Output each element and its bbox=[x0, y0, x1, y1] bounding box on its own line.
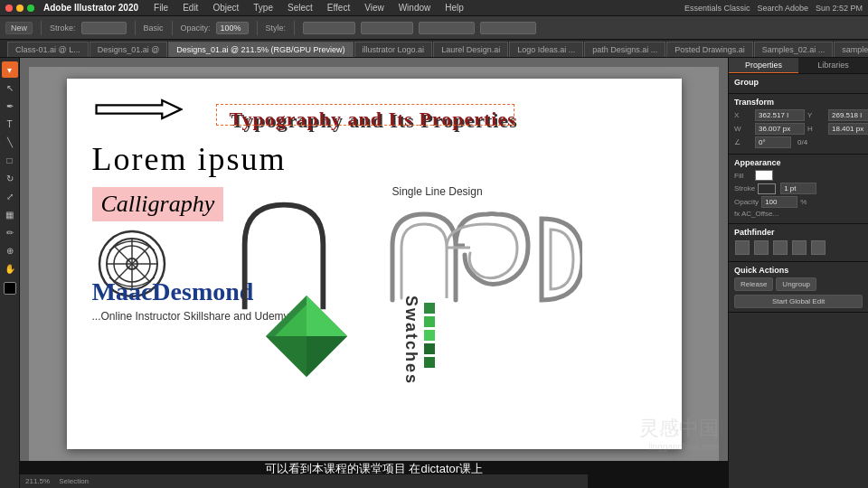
select-tool[interactable]: ▾ bbox=[2, 61, 18, 78]
panel-tab-libraries[interactable]: Libraries bbox=[798, 58, 868, 73]
menu-window[interactable]: Window bbox=[396, 3, 434, 13]
rect-tool[interactable]: □ bbox=[2, 152, 18, 168]
pen-tool[interactable]: ✒ bbox=[2, 98, 18, 114]
fill-box[interactable] bbox=[4, 282, 16, 295]
tabs-bar: Class-01.ai @ L... Designs_01.ai @ Desig… bbox=[0, 40, 868, 58]
opacity-label: Opacity: bbox=[181, 23, 211, 33]
minimize-button[interactable] bbox=[16, 5, 24, 12]
hand-tool[interactable]: ✋ bbox=[2, 260, 18, 277]
h-field[interactable] bbox=[828, 123, 868, 135]
tab-designs01-active[interactable]: Designs_01.ai @ 211.5% (RGB/GPU Preview) bbox=[168, 42, 353, 57]
release-ungroup-row: Release Ungroup bbox=[734, 277, 863, 291]
transform-section: Transform X Y W H ∠ 0/4 bbox=[729, 94, 868, 155]
zoom-tool[interactable]: ⊕ bbox=[2, 242, 18, 258]
zoom-level: 211.5% bbox=[25, 477, 50, 485]
stroke-input[interactable] bbox=[81, 22, 127, 34]
eyedropper-tool[interactable]: ✏ bbox=[2, 224, 18, 240]
panel-tab-properties[interactable]: Properties bbox=[729, 58, 798, 73]
svg-marker-9 bbox=[307, 336, 347, 377]
pathfinder-intersect[interactable] bbox=[754, 240, 769, 255]
art-title: Typography and Its Properties bbox=[230, 108, 516, 131]
pathfinder-minus[interactable] bbox=[792, 240, 807, 255]
menu-select[interactable]: Select bbox=[285, 3, 316, 13]
appearance-label: Appearance bbox=[734, 158, 863, 167]
pathfinder-section: Pathfinder bbox=[729, 224, 868, 262]
opacity-input[interactable] bbox=[216, 22, 249, 34]
stroke-label: Stroke: bbox=[50, 23, 76, 33]
pathfinder-icons-row bbox=[734, 239, 863, 256]
tab-laurel[interactable]: Laurel Design.ai bbox=[433, 42, 508, 57]
tab-logo[interactable]: illustrator Logo.ai bbox=[354, 42, 433, 57]
pathfinder-unite[interactable] bbox=[735, 240, 750, 255]
svg-rect-12 bbox=[424, 316, 435, 327]
line-tool[interactable]: ╲ bbox=[2, 134, 18, 150]
quick-actions-label: Quick Actions bbox=[734, 266, 863, 275]
rotate-tool[interactable]: ↻ bbox=[2, 170, 18, 186]
y-input[interactable]: 16.007 px bbox=[361, 22, 413, 34]
type-tool[interactable]: T bbox=[2, 116, 18, 132]
fill-row: Fill bbox=[734, 170, 863, 181]
tab-samples[interactable]: samples.ai @ 21... bbox=[834, 42, 868, 57]
global-edit-button[interactable]: Start Global Edit bbox=[734, 295, 863, 308]
menu-right: Essentials Classic Search Adobe Sun 2:52… bbox=[684, 4, 863, 13]
stroke-row: Stroke bbox=[734, 183, 863, 194]
opacity-panel-field[interactable] bbox=[761, 196, 797, 208]
release-button[interactable]: Release bbox=[734, 277, 773, 291]
w-field[interactable] bbox=[755, 123, 805, 135]
h-input[interactable]: 18.401 px bbox=[480, 22, 536, 34]
tab-samples02[interactable]: Samples_02.ai ... bbox=[754, 42, 834, 57]
workspace-label: Essentials Classic bbox=[684, 4, 750, 13]
stroke-size-field[interactable] bbox=[780, 183, 816, 194]
menu-bar: Adobe Illustrator 2020 File Edit Object … bbox=[0, 0, 868, 16]
group-label: Group bbox=[734, 78, 863, 87]
tab-class01[interactable]: Class-01.ai @ L... bbox=[7, 42, 89, 57]
stroke-panel-label: Stroke bbox=[734, 184, 755, 192]
gradient-tool[interactable]: ▦ bbox=[2, 206, 18, 222]
x-input[interactable]: 362.557 px bbox=[303, 22, 355, 34]
watermark-text: 灵感中国 bbox=[639, 415, 719, 442]
scale-tool[interactable]: ⤢ bbox=[2, 188, 18, 204]
swatch-green1 bbox=[424, 303, 435, 314]
menu-file[interactable]: File bbox=[151, 3, 171, 13]
transform-wh-row: W H bbox=[734, 123, 863, 135]
new-doc-btn[interactable]: New bbox=[5, 22, 33, 34]
fill-color-box[interactable] bbox=[755, 170, 773, 181]
single-line-label: Single Line Design bbox=[392, 185, 483, 198]
fill-label: Fill bbox=[734, 172, 752, 180]
transform-label: Transform bbox=[734, 98, 863, 107]
angle-field[interactable] bbox=[755, 136, 791, 148]
fx-label: fx AC_Offse... bbox=[734, 210, 778, 218]
canvas-area[interactable]: Typography and Its Properties Lorem ipsu… bbox=[20, 58, 728, 488]
toolbar: New Stroke: Basic Opacity: Style: 362.55… bbox=[0, 16, 868, 40]
menu-object[interactable]: Object bbox=[210, 3, 241, 13]
direct-select-tool[interactable]: ↖ bbox=[2, 80, 18, 96]
menu-effect[interactable]: Effect bbox=[325, 3, 353, 13]
tab-posted[interactable]: Posted Drawings.ai bbox=[666, 42, 753, 57]
pathfinder-divide[interactable] bbox=[811, 240, 826, 255]
art-calligraphy: Calligraphy bbox=[92, 187, 224, 221]
tab-logo-ideas[interactable]: Logo Ideas.ai ... bbox=[509, 42, 583, 57]
maximize-button[interactable] bbox=[27, 5, 34, 12]
w-input[interactable]: 269.518 px bbox=[419, 22, 475, 34]
swatch-green4 bbox=[424, 343, 435, 354]
swatches-dots bbox=[424, 303, 435, 368]
separator4 bbox=[257, 21, 258, 35]
y-field[interactable] bbox=[828, 109, 868, 121]
x-field[interactable] bbox=[755, 109, 805, 121]
tab-path[interactable]: path Designs.ai ... bbox=[584, 42, 665, 57]
ungroup-button[interactable]: Ungroup bbox=[776, 277, 816, 291]
tab-designs01[interactable]: Designs_01.ai @ bbox=[90, 42, 168, 57]
menu-type[interactable]: Type bbox=[250, 3, 276, 13]
menu-help[interactable]: Help bbox=[442, 3, 467, 13]
appearance-section: Appearance Fill Stroke Opacity % fx AC_O… bbox=[729, 155, 868, 224]
group-section: Group bbox=[729, 74, 868, 94]
selection-status: Selection bbox=[59, 477, 89, 485]
stroke-color-box[interactable] bbox=[758, 183, 776, 194]
close-button[interactable] bbox=[5, 5, 13, 12]
separator bbox=[41, 21, 42, 35]
panel-tabs: Properties Libraries bbox=[729, 58, 868, 74]
menu-edit[interactable]: Edit bbox=[180, 3, 201, 13]
menu-view[interactable]: View bbox=[362, 3, 387, 13]
pathfinder-exclude[interactable] bbox=[773, 240, 788, 255]
offset-row: fx AC_Offse... bbox=[734, 210, 863, 218]
